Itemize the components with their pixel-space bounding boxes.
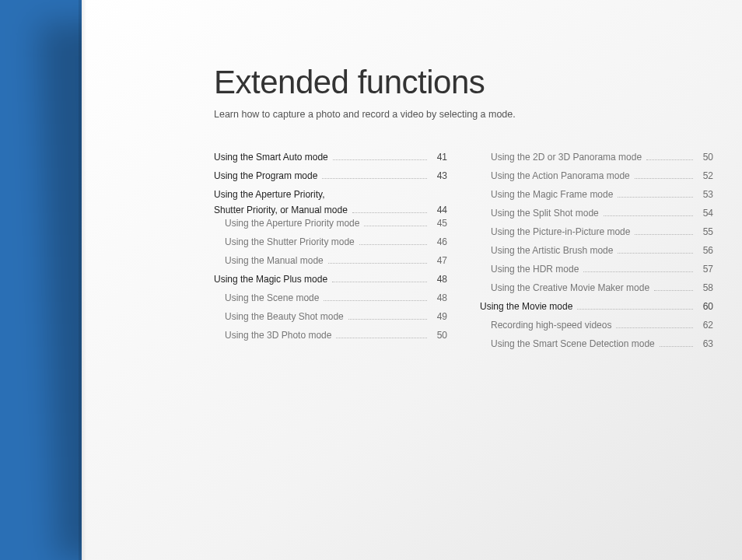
- toc-entry-label: Using the HDR mode: [491, 264, 579, 274]
- page-subtitle: Learn how to capture a photo and record …: [214, 109, 735, 120]
- toc-column-right: Using the 2D or 3D Panorama mode50Using …: [480, 152, 713, 358]
- toc-entry[interactable]: Using the Smart Auto mode41: [214, 152, 447, 163]
- toc-entry[interactable]: Using the Magic Plus mode48: [214, 275, 447, 285]
- toc-leader: [616, 327, 693, 328]
- toc-leader: [577, 309, 693, 310]
- toc-leader: [364, 226, 427, 226]
- toc-entry-page: 43: [430, 171, 447, 180]
- toc-entry-page: 54: [696, 208, 713, 218]
- toc-leader: [660, 346, 693, 347]
- toc-entry-label: Using the Magic Frame mode: [491, 190, 613, 199]
- toc-entry-page: 60: [696, 302, 713, 311]
- toc-entry-label: Using the Creative Movie Maker mode: [491, 283, 649, 292]
- toc-entry-page: 50: [696, 152, 713, 162]
- toc-entry[interactable]: Using the 3D Photo mode50: [214, 331, 447, 341]
- toc-entry[interactable]: Using the Creative Movie Maker mode58: [480, 283, 713, 293]
- toc-columns: Using the Smart Auto mode41Using the Pro…: [214, 152, 735, 358]
- toc-entry[interactable]: Using the Picture-in-Picture mode55: [480, 227, 713, 237]
- toc-entry[interactable]: Using the Movie mode60: [480, 302, 713, 312]
- toc-entry-label: Using the Artistic Brush mode: [491, 246, 613, 255]
- toc-leader: [604, 215, 693, 216]
- toc-leader: [635, 178, 693, 179]
- toc-entry-label: Using the Aperture Priority,: [214, 190, 447, 199]
- toc-entry-page: 48: [430, 293, 447, 303]
- toc-entry-label: Using the 2D or 3D Panorama mode: [491, 152, 642, 162]
- toc-leader: [618, 197, 693, 198]
- toc-entry[interactable]: Using the Magic Frame mode53: [480, 190, 713, 200]
- toc-entry-label: Using the Shutter Priority mode: [225, 237, 355, 247]
- toc-entry-label: Using the Movie mode: [480, 302, 572, 311]
- toc-entry[interactable]: Using the Aperture Priority,Shutter Prio…: [214, 190, 447, 215]
- toc-entry-label: Using the Aperture Priority mode: [225, 219, 359, 228]
- toc-entry[interactable]: Using the Shutter Priority mode46: [214, 237, 447, 247]
- toc-entry[interactable]: Using the Manual mode47: [214, 256, 447, 266]
- toc-leader: [328, 263, 427, 264]
- toc-entry[interactable]: Using the Scene mode48: [214, 293, 447, 303]
- toc-entry-label: Using the 3D Photo mode: [225, 331, 331, 340]
- toc-entry-label: Using the Action Panorama mode: [491, 171, 630, 180]
- toc-entry-label: Using the Smart Auto mode: [214, 152, 328, 162]
- toc-entry[interactable]: Using the Smart Scene Detection mode63: [480, 339, 713, 349]
- toc-entry-label: Recording high-speed videos: [491, 320, 611, 330]
- toc-entry-page: 49: [430, 312, 447, 321]
- toc-leader: [332, 282, 427, 282]
- toc-entry-label: Using the Beauty Shot mode: [225, 312, 344, 321]
- toc-entry[interactable]: Recording high-speed videos62: [480, 320, 713, 331]
- toc-entry-label: Using the Picture-in-Picture mode: [491, 227, 630, 236]
- toc-entry-label: Using the Program mode: [214, 171, 317, 180]
- toc-entry-page: 53: [696, 190, 713, 199]
- toc-entry-page: 45: [430, 219, 447, 228]
- toc-entry-page: 48: [430, 275, 447, 284]
- toc-leader: [324, 300, 427, 301]
- toc-entry-page: 63: [696, 339, 713, 348]
- toc-entry-label: Using the Manual mode: [225, 256, 324, 265]
- toc-entry-page: 41: [430, 152, 447, 162]
- toc-entry-page: 52: [696, 171, 713, 180]
- toc-entry[interactable]: Using the Action Panorama mode52: [480, 171, 713, 181]
- toc-entry-label: Using the Smart Scene Detection mode: [491, 339, 655, 348]
- toc-entry-page: 46: [430, 237, 447, 247]
- toc-entry-page: 57: [696, 264, 713, 274]
- toc-entry[interactable]: Using the 2D or 3D Panorama mode50: [480, 152, 713, 163]
- toc-entry-page: 44: [430, 205, 447, 215]
- page-title: Extended functions: [214, 64, 735, 101]
- toc-leader: [336, 338, 427, 338]
- toc-entry-page: 50: [430, 331, 447, 340]
- toc-entry-page: 55: [696, 227, 713, 236]
- toc-entry-label: Using the Split Shot mode: [491, 208, 599, 218]
- toc-entry-label: Using the Scene mode: [225, 293, 319, 303]
- toc-leader: [333, 159, 427, 160]
- toc-entry-page: 56: [696, 246, 713, 255]
- toc-leader: [348, 319, 427, 320]
- toc-entry-page: 47: [430, 256, 447, 265]
- toc-leader: [618, 253, 693, 254]
- toc-entry[interactable]: Using the HDR mode57: [480, 264, 713, 275]
- toc-entry-page: 62: [696, 320, 713, 330]
- toc-entry[interactable]: Using the Beauty Shot mode49: [214, 312, 447, 322]
- toc-leader: [646, 159, 693, 160]
- toc-entry[interactable]: Using the Split Shot mode54: [480, 208, 713, 219]
- toc-entry[interactable]: Using the Aperture Priority mode45: [214, 219, 447, 229]
- toc-entry-page: 58: [696, 283, 713, 292]
- toc-entry-label: Shutter Priority, or Manual mode: [214, 205, 348, 215]
- toc-leader: [635, 234, 693, 235]
- toc-leader: [583, 271, 693, 272]
- toc-leader: [654, 290, 693, 291]
- toc-leader: [359, 244, 427, 245]
- toc-column-left: Using the Smart Auto mode41Using the Pro…: [214, 152, 447, 358]
- toc-entry[interactable]: Using the Artistic Brush mode56: [480, 246, 713, 256]
- toc-leader: [322, 178, 427, 179]
- toc-entry-label: Using the Magic Plus mode: [214, 275, 327, 284]
- toc-entry[interactable]: Using the Program mode43: [214, 171, 447, 181]
- toc-leader: [352, 212, 427, 213]
- document-page: Extended functions Learn how to capture …: [82, 0, 742, 560]
